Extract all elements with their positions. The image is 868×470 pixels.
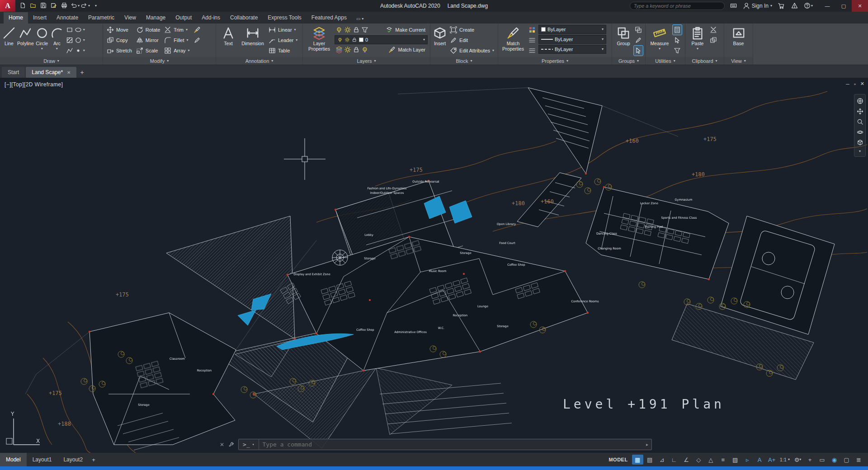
ribbon-tab-manage[interactable]: Manage [141,12,170,24]
autocad-logo[interactable]: A [0,0,15,12]
erase-icon[interactable] [193,26,201,33]
leader-button[interactable]: Leader [267,35,299,45]
trim-button[interactable]: Trim [163,25,191,35]
help-search-box[interactable] [630,2,725,10]
redo-button[interactable] [80,1,90,10]
copy-clip-icon[interactable] [710,37,717,44]
close-button[interactable] [852,0,868,12]
create-block-button[interactable]: Create [448,25,495,35]
mirror-button[interactable]: Mirror [135,35,161,45]
rotate-button[interactable]: Rotate [135,25,161,35]
edit-block-button[interactable]: Edit [448,35,495,45]
layer-properties-button[interactable]: Layer Properties [305,25,333,57]
status-grid-display[interactable]: ▦ [632,455,643,465]
panel-label-clipboard[interactable]: Clipboard [685,57,724,65]
color-dropdown[interactable]: ByLayer [538,25,606,34]
revision-cloud-icon[interactable] [66,47,73,54]
panel-label-modify[interactable]: Modify [103,57,216,65]
ribbon-tab-express-tools[interactable]: Express Tools [263,12,306,24]
layout-tab-layout1[interactable]: Layout1 [27,453,58,466]
viewport-restore-icon[interactable]: ▫ [854,81,856,87]
ellipse-icon[interactable] [75,26,82,33]
orbit-icon[interactable] [857,129,863,136]
close-tab-icon[interactable] [67,70,71,75]
turn-on-all-icon[interactable] [361,46,368,53]
command-line[interactable]: >_ ▸ [238,439,652,450]
status-snap-mode[interactable]: ▤ [644,455,656,465]
group-button[interactable]: Group [614,25,632,57]
match-properties-button[interactable]: Match Properties [500,25,526,57]
scale-button[interactable]: Scale [135,46,161,56]
status-object-snap-tracking[interactable]: △ [705,455,717,465]
open-button[interactable] [28,1,38,10]
status-clean-screen[interactable]: ▢ [841,455,852,465]
paste-button[interactable]: Paste [688,25,708,57]
ribbon-tab-output[interactable]: Output [170,12,197,24]
command-close-icon[interactable] [220,442,224,448]
model-space-label[interactable]: MODEL [609,457,627,462]
ribbon-tab-add-ins[interactable]: Add-ins [197,12,225,24]
layout-tab-layout2[interactable]: Layout2 [57,453,89,466]
command-customize-icon[interactable] [228,442,234,447]
point-icon[interactable] [75,47,82,54]
new-tab-button[interactable]: + [77,68,86,77]
status-ortho-mode[interactable]: ∟ [669,455,680,465]
quick-select-icon[interactable] [674,47,681,54]
stretch-button[interactable]: Stretch [105,46,133,56]
viewport-close-icon[interactable] [860,81,864,87]
fillet-button[interactable]: Fillet [163,35,191,45]
id-point-icon[interactable] [674,37,681,44]
status-infer-constraints[interactable]: ⊿ [656,455,668,465]
status-autoscale[interactable]: A+ [766,455,778,465]
copy-button[interactable]: Copy [105,35,133,45]
drawing-area[interactable]: Outside RehearsalFashion and Life-Dynami… [0,78,868,453]
cut-icon[interactable] [710,26,717,33]
save-as-button[interactable] [49,1,59,10]
panel-label-groups[interactable]: Groups [612,57,645,65]
insert-button[interactable]: Insert [433,25,447,57]
panel-label-draw[interactable]: Draw [0,57,103,65]
ribbon-tab-annotate[interactable]: Annotate [52,12,83,24]
steering-cube-icon[interactable] [857,139,863,146]
lineweight-dropdown[interactable]: ByLayer [538,35,606,44]
ribbon-tab-home[interactable]: Home [4,12,28,24]
help-icon[interactable] [804,1,813,10]
panel-label-block[interactable]: Block [430,57,498,65]
app-store-cart-icon[interactable] [777,1,786,10]
layer-dropdown[interactable]: 0 [335,35,428,44]
layer-walk-icon[interactable] [335,46,343,53]
command-history-arrow-icon[interactable]: ▸ [646,442,651,447]
dimension-button[interactable]: Dimension [240,25,266,57]
move-button[interactable]: Move [105,25,133,35]
make-current-button[interactable]: Make Current [384,26,427,34]
ribbon-tab-parametric[interactable]: Parametric [83,12,119,24]
save-button[interactable] [39,1,49,10]
tab-land-scape[interactable]: Land Scape* [26,67,76,78]
rectangle-icon[interactable] [66,26,73,33]
panel-label-properties[interactable]: Properties [498,57,612,65]
status-annotation-scale[interactable]: 1:1 [778,455,791,465]
status-lineweight-display[interactable]: ≡ [717,455,729,465]
base-button[interactable]: Base [727,25,750,57]
panel-label-annotation[interactable]: Annotation [216,57,302,65]
freeze-all-icon[interactable] [344,46,351,53]
command-prompt-icon[interactable]: >_ [239,439,259,450]
explode-icon[interactable] [193,37,201,44]
edit-attributes-button[interactable]: Edit Attributes [448,46,495,56]
status-transparency[interactable]: ▨ [730,455,741,465]
undo-button[interactable] [70,1,80,10]
search-input[interactable] [634,3,721,9]
linear-button[interactable]: Linear [267,25,299,35]
panel-label-layers[interactable]: Layers [303,57,430,65]
status-workspace-switching[interactable]: ⚙ [792,455,803,465]
ribbon-tab-featured-apps[interactable]: Featured Apps [307,12,352,24]
linetype-dropdown[interactable]: ByLayer [538,45,606,54]
ribbon-collapse-button[interactable]: ▭ [356,16,363,24]
layout-tab-model[interactable]: Model [0,453,27,466]
panel-label-utilities[interactable]: Utilities [646,57,685,65]
tab-start[interactable]: Start [2,67,25,78]
status-annotation-visibility[interactable]: A [754,455,765,465]
ribbon-tab-view[interactable]: View [119,12,141,24]
hatch-icon[interactable] [66,37,73,44]
command-input[interactable] [259,441,646,448]
